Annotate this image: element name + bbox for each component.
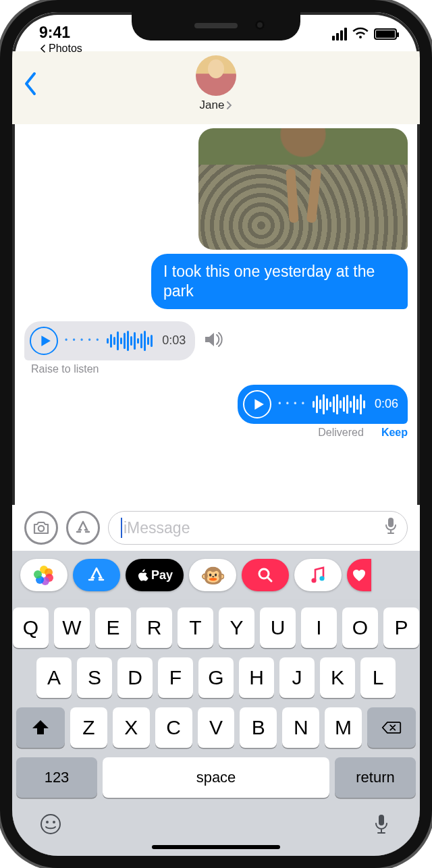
key-w[interactable]: W [54, 607, 90, 648]
camera-button[interactable] [24, 511, 58, 545]
key-f[interactable]: F [158, 657, 193, 698]
conversation-header: Jane [12, 51, 420, 124]
svg-point-8 [259, 569, 269, 578]
sent-photo[interactable] [198, 128, 408, 250]
key-k[interactable]: K [320, 657, 355, 698]
app-appstore[interactable] [73, 559, 120, 591]
svg-point-13 [53, 821, 55, 823]
keyboard-dictation-key[interactable] [370, 813, 393, 838]
return-key[interactable]: return [335, 757, 416, 798]
key-p[interactable]: P [383, 607, 419, 648]
keyboard-row-4: 123 space return [16, 757, 416, 798]
play-button[interactable] [243, 390, 271, 418]
app-store-button[interactable] [66, 511, 100, 545]
key-e[interactable]: E [95, 607, 131, 648]
shift-key[interactable] [16, 707, 65, 748]
battery-icon [374, 28, 397, 40]
key-c[interactable]: C [155, 707, 192, 748]
message-placeholder: iMessage [124, 519, 383, 537]
key-x[interactable]: X [113, 707, 150, 748]
sent-audio-bubble[interactable]: • • • • 0:06 [238, 385, 408, 424]
key-t[interactable]: T [178, 607, 213, 648]
app-strip[interactable]: Pay 🐵 [12, 551, 420, 599]
key-a[interactable]: A [36, 657, 72, 698]
numeric-key[interactable]: 123 [16, 757, 97, 798]
svg-point-9 [311, 578, 316, 582]
waveform-icon [107, 330, 153, 352]
chevron-right-icon [225, 101, 232, 109]
sent-text-bubble[interactable]: I took this one yesterday at the park [151, 254, 408, 309]
back-to-app-label: Photos [49, 43, 82, 55]
key-q[interactable]: Q [13, 607, 49, 648]
key-z[interactable]: Z [70, 707, 107, 748]
cellular-icon [332, 28, 347, 40]
key-m[interactable]: M [325, 707, 362, 748]
received-audio-bubble[interactable]: • • • • • 0:03 [24, 321, 195, 360]
key-o[interactable]: O [342, 607, 378, 648]
key-u[interactable]: U [260, 607, 296, 648]
keyboard-row-3: ZXCVBNM [16, 707, 416, 748]
contact-name: Jane [200, 99, 225, 112]
audio-progress-icon: • • • • • [65, 335, 100, 346]
keep-button[interactable]: Keep [381, 427, 408, 439]
audio-progress-icon: • • • • [278, 399, 306, 409]
app-photos[interactable] [20, 559, 68, 591]
avatar [196, 55, 236, 96]
key-n[interactable]: N [282, 707, 319, 748]
key-g[interactable]: G [198, 657, 234, 698]
device-frame: 9:41 Photos Jane [0, 0, 432, 868]
app-animoji[interactable]: 🐵 [189, 559, 236, 591]
keyboard-row-1: QWERTYUIOP [16, 607, 416, 648]
delivered-label: Delivered [318, 427, 364, 439]
svg-point-7 [34, 570, 42, 578]
back-button[interactable] [23, 72, 38, 102]
contact-button[interactable]: Jane [196, 55, 236, 112]
key-h[interactable]: H [239, 657, 274, 698]
key-r[interactable]: R [136, 607, 172, 648]
keyboard-row-2: ASDFGHJKL [16, 657, 416, 698]
key-i[interactable]: I [301, 607, 337, 648]
raise-to-listen-hint: Raise to listen [31, 363, 99, 375]
svg-rect-14 [379, 815, 384, 825]
message-text: I took this one yesterday at the park [163, 263, 375, 300]
keyboard: QWERTYUIOP ASDFGHJKL ZXCVBNM 123 space r… [12, 599, 420, 856]
app-apple-pay[interactable]: Pay [126, 559, 184, 591]
delete-key[interactable] [367, 707, 416, 748]
key-y[interactable]: Y [219, 607, 254, 648]
message-thread[interactable]: I took this one yesterday at the park • … [12, 124, 420, 505]
compose-bar: iMessage [12, 505, 420, 551]
svg-point-11 [41, 815, 60, 834]
svg-point-12 [46, 821, 49, 823]
status-time: 9:41 [39, 24, 70, 41]
app-search-images[interactable] [242, 559, 289, 591]
key-v[interactable]: V [198, 707, 235, 748]
svg-rect-1 [388, 518, 394, 527]
message-input[interactable]: iMessage [108, 511, 408, 545]
speaker-icon[interactable] [202, 328, 225, 354]
svg-point-10 [319, 576, 324, 580]
app-music[interactable] [294, 559, 342, 591]
dictation-button[interactable] [383, 516, 399, 539]
play-button[interactable] [30, 327, 58, 355]
key-s[interactable]: S [77, 657, 112, 698]
back-to-app[interactable]: Photos [39, 43, 82, 55]
emoji-key[interactable] [39, 813, 62, 838]
notch [132, 12, 300, 40]
app-digital-touch[interactable] [347, 559, 371, 591]
audio-duration: 0:06 [375, 396, 398, 412]
svg-point-0 [38, 526, 44, 531]
apple-pay-label: Pay [151, 568, 173, 582]
waveform-icon [313, 394, 365, 415]
key-l[interactable]: L [360, 657, 396, 698]
text-cursor [121, 518, 122, 538]
audio-duration: 0:03 [162, 333, 186, 348]
key-d[interactable]: D [117, 657, 153, 698]
wifi-icon [352, 27, 369, 40]
home-indicator[interactable] [152, 845, 280, 849]
key-b[interactable]: B [240, 707, 277, 748]
key-j[interactable]: J [279, 657, 315, 698]
space-key[interactable]: space [103, 757, 329, 798]
